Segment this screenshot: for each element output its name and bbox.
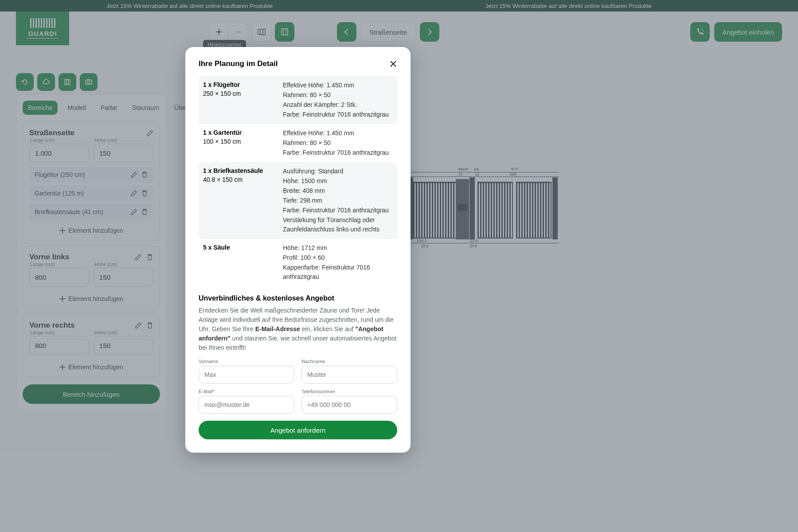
detail-row: 1 x Flügeltor250 × 150 cmEffektive Höhe:… [199, 76, 397, 124]
firstname-label: Vorname [199, 359, 294, 364]
lastname-input[interactable] [301, 366, 397, 383]
detail-spec: Rahmen: 80 × 50 [283, 90, 393, 100]
detail-item-dim: 100 × 150 cm [203, 137, 274, 146]
detail-spec: Farbe: Feinstruktur 7016 anthrazitgrau [283, 110, 393, 119]
detail-spec: Effektive Höhe: 1.450 mm [283, 81, 393, 90]
detail-item-dim: 250 × 150 cm [203, 90, 274, 98]
detail-row: 1 x Briefkastensäule40.8 × 150 cmAusführ… [199, 162, 397, 239]
submit-quote-button[interactable]: Angebot anfordern [199, 421, 397, 439]
detail-spec: Profil: 100 × 60 [283, 253, 393, 262]
firstname-input[interactable] [199, 366, 294, 383]
modal-title: Ihre Planung im Detail [199, 59, 278, 68]
detail-spec: Höhe: 1712 mm [283, 243, 393, 253]
modal-close-button[interactable] [389, 60, 397, 68]
planning-detail-modal: Ihre Planung im Detail 1 x Flügeltor250 … [185, 47, 411, 453]
detail-spec: Tiefe: 298 mm [283, 196, 393, 205]
phone-label: Telefonnummer [301, 389, 397, 394]
detail-spec: Farbe: Feinstruktur 7016 anthrazitgrau [283, 206, 393, 215]
close-icon [389, 60, 397, 68]
lastname-label: Nachname [301, 359, 397, 364]
detail-item-title: 1 x Flügeltor [203, 81, 274, 90]
offer-text: Entdecken Sie die Welt maßgeschneiderter… [199, 306, 397, 352]
detail-spec: Kappenfarbe: Feinstruktur 7016 anthrazit… [283, 263, 393, 282]
detail-spec: Verstärkung für Türanschlag oder Zaunfel… [283, 215, 393, 234]
detail-spec: Rahmen: 80 × 50 [283, 138, 393, 148]
detail-item-title: 1 x Gartentür [203, 129, 274, 137]
detail-spec: Effektive Höhe: 1.450 mm [283, 129, 393, 138]
detail-spec: Farbe: Feinstruktur 7016 anthrazitgrau [283, 148, 393, 157]
detail-row: 1 x Gartentür100 × 150 cmEffektive Höhe:… [199, 124, 397, 162]
detail-spec: Höhe: 1500 mm [283, 176, 393, 186]
offer-title: Unverbindliches & kostenloses Angebot [199, 294, 397, 302]
detail-item-dim: 40.8 × 150 cm [203, 176, 274, 184]
detail-item-title: 5 x Säule [203, 243, 274, 252]
detail-list: 1 x Flügeltor250 × 150 cmEffektive Höhe:… [199, 76, 397, 286]
email-label: E-Mail* [199, 389, 294, 394]
detail-row: 5 x SäuleHöhe: 1712 mmProfil: 100 × 60Ka… [199, 239, 397, 286]
detail-item-title: 1 x Briefkastensäule [203, 167, 274, 176]
detail-spec: Breite: 408 mm [283, 186, 393, 196]
phone-input[interactable] [301, 396, 397, 414]
detail-spec: Ausführung: Standard [283, 167, 393, 176]
email-input[interactable] [199, 396, 294, 414]
detail-spec: Anzahl der Kämpfer: 2 Stk. [283, 100, 393, 110]
